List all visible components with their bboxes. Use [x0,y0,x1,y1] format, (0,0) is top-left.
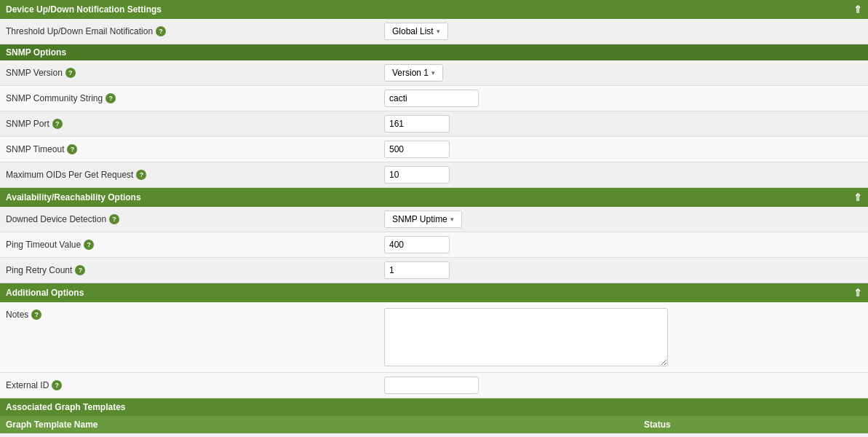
additional-collapse-icon[interactable]: ⇑ [853,287,862,299]
ping-timeout-label: Ping Timeout Value [6,240,81,250]
graph-template-col-name: Graph Template Name [6,420,644,430]
ping-timeout-help-icon[interactable]: ? [84,240,94,250]
device-notification-collapse-icon[interactable]: ⇑ [853,4,862,15]
notes-label: Notes [6,310,28,320]
threshold-label: Threshold Up/Down Email Notification [6,26,153,36]
snmp-max-oids-label: Maximum OIDs Per Get Request [6,170,133,180]
snmp-timeout-input[interactable] [384,141,450,158]
snmp-community-help-icon[interactable]: ? [105,93,116,103]
threshold-value-cell: Global List ▾ [384,23,862,40]
threshold-label-cell: Threshold Up/Down Email Notification ? [6,26,384,36]
snmp-version-label: SNMP Version [6,68,63,78]
external-id-label-cell: External ID ? [6,380,384,390]
availability-header: Availability/Reachability Options ⇑ [0,188,868,207]
downed-device-label-cell: Downed Device Detection ? [6,214,384,224]
snmp-port-row: SNMP Port ? [0,111,868,137]
notes-label-cell: Notes ? [6,308,384,320]
downed-device-label: Downed Device Detection [6,214,106,224]
snmp-timeout-value-cell [384,141,862,158]
ping-timeout-value-cell [384,236,862,253]
snmp-max-oids-label-cell: Maximum OIDs Per Get Request ? [6,170,384,180]
snmp-max-oids-help-icon[interactable]: ? [136,170,146,180]
snmp-community-input[interactable] [384,90,479,107]
device-notification-title: Device Up/Down Notification Settings [6,4,162,15]
notes-row: Notes ? [0,302,868,373]
ping-retry-input[interactable] [384,261,450,279]
snmp-timeout-label-cell: SNMP Timeout ? [6,144,384,154]
availability-collapse-icon[interactable]: ⇑ [853,192,862,203]
availability-title: Availability/Reachability Options [6,192,141,202]
snmp-port-value-cell [384,115,862,133]
device-notification-header: Device Up/Down Notification Settings ⇑ [0,0,868,19]
snmp-options-title: SNMP Options [6,47,66,58]
ping-retry-label-cell: Ping Retry Count ? [6,265,384,275]
ping-timeout-row: Ping Timeout Value ? [0,232,868,258]
ping-timeout-label-cell: Ping Timeout Value ? [6,240,384,250]
snmp-max-oids-value-cell [384,166,862,184]
threshold-row: Threshold Up/Down Email Notification ? G… [0,19,868,44]
external-id-input[interactable] [384,377,479,394]
ping-retry-value-cell [384,261,862,279]
graph-template-col-status: Status [644,420,862,430]
snmp-community-label: SNMP Community String [6,93,103,103]
threshold-dropdown-arrow: ▾ [437,28,440,35]
ping-retry-row: Ping Retry Count ? [0,258,868,283]
snmp-version-dropdown-label: Version 1 [392,68,429,78]
additional-header: Additional Options ⇑ [0,283,868,302]
snmp-version-row: SNMP Version ? Version 1 ▾ [0,60,868,86]
snmp-community-label-cell: SNMP Community String ? [6,93,384,103]
external-id-label: External ID [6,380,49,390]
downed-device-dropdown-label: SNMP Uptime [392,214,447,224]
downed-device-dropdown-arrow: ▾ [450,216,454,223]
external-id-row: External ID ? [0,373,868,398]
snmp-timeout-label: SNMP Timeout [6,144,64,154]
snmp-version-label-cell: SNMP Version ? [6,68,384,78]
snmp-timeout-help-icon[interactable]: ? [67,144,77,154]
downed-device-value-cell: SNMP Uptime ▾ [384,210,862,228]
snmp-options-header: SNMP Options [0,44,868,60]
snmp-port-label-cell: SNMP Port ? [6,119,384,129]
snmp-port-input[interactable] [384,115,450,133]
ping-retry-help-icon[interactable]: ? [75,265,85,275]
additional-title: Additional Options [6,288,84,298]
ping-timeout-input[interactable] [384,236,450,253]
graph-templates-header: Associated Graph Templates [0,398,868,416]
snmp-community-row: SNMP Community String ? [0,86,868,111]
threshold-dropdown[interactable]: Global List ▾ [384,23,448,40]
external-id-value-cell [384,377,862,394]
threshold-dropdown-label: Global List [392,26,434,36]
snmp-community-value-cell [384,90,862,107]
notes-value-cell [384,308,862,366]
downed-device-help-icon[interactable]: ? [109,214,119,224]
snmp-port-label: SNMP Port [6,119,49,129]
snmp-max-oids-row: Maximum OIDs Per Get Request ? [0,162,868,188]
snmp-timeout-row: SNMP Timeout ? [0,137,868,162]
snmp-version-dropdown-arrow: ▾ [431,69,435,76]
graph-templates-table-header: Graph Template Name Status [0,416,868,433]
notes-textarea[interactable] [384,308,668,366]
snmp-version-help-icon[interactable]: ? [65,68,76,78]
threshold-help-icon[interactable]: ? [156,26,166,36]
snmp-max-oids-input[interactable] [384,166,450,184]
ping-retry-label: Ping Retry Count [6,265,72,275]
downed-device-row: Downed Device Detection ? SNMP Uptime ▾ [0,207,868,232]
external-id-help-icon[interactable]: ? [52,380,62,390]
snmp-version-value-cell: Version 1 ▾ [384,64,862,82]
table-row: 1) Device - Polling Time Is Being Graphe… [0,433,868,437]
snmp-port-help-icon[interactable]: ? [52,119,63,129]
snmp-version-dropdown[interactable]: Version 1 ▾ [384,64,443,82]
graph-templates-title: Associated Graph Templates [6,402,126,412]
downed-device-dropdown[interactable]: SNMP Uptime ▾ [384,210,462,228]
notes-help-icon[interactable]: ? [31,310,41,320]
